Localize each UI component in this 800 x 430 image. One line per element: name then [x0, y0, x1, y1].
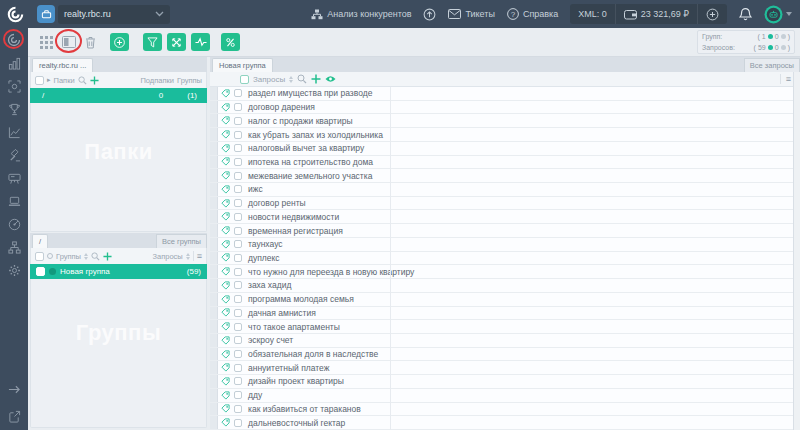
tag-icon[interactable]	[221, 363, 230, 372]
keyword-checkbox[interactable]	[234, 117, 242, 125]
tag-icon[interactable]	[221, 226, 230, 235]
keyword-checkbox[interactable]	[234, 144, 242, 152]
add-keywords-button[interactable]	[110, 33, 129, 51]
keyword-checkbox[interactable]	[234, 89, 242, 97]
add-folder-icon[interactable]	[90, 76, 99, 85]
keyword-checkbox[interactable]	[234, 323, 242, 331]
keyword-row[interactable]: аннуитетный платеж	[210, 361, 800, 375]
tag-icon[interactable]	[221, 308, 230, 317]
auction-gavel-icon[interactable]	[7, 148, 21, 162]
serp-snapshot-icon[interactable]	[7, 79, 21, 93]
col-requests[interactable]: Запросы	[152, 252, 182, 261]
trend-line-icon[interactable]	[7, 125, 21, 139]
keyword-checkbox[interactable]	[234, 377, 242, 385]
group-row-new-group[interactable]: Новая группа (59)	[30, 264, 207, 279]
select-all-keywords-checkbox[interactable]	[240, 75, 249, 84]
xml-limits[interactable]: XML: 0	[570, 4, 615, 24]
external-link-icon[interactable]	[7, 409, 21, 423]
sort-icon[interactable]	[84, 253, 88, 260]
top-up-button[interactable]	[697, 4, 727, 24]
project-selector[interactable]: realty.rbc.ru	[58, 5, 170, 24]
search-icon[interactable]	[78, 76, 87, 85]
eye-icon[interactable]	[325, 75, 336, 83]
trash-icon[interactable]	[82, 34, 99, 51]
tag-icon[interactable]	[221, 350, 230, 359]
keyword-checkbox[interactable]	[234, 336, 242, 344]
notifications-bell-icon[interactable]	[739, 7, 752, 21]
billboard-icon[interactable]	[7, 171, 21, 185]
status-ring-icon[interactable]	[47, 253, 53, 259]
tag-icon[interactable]	[221, 391, 230, 400]
pulse-chart-button[interactable]	[191, 33, 210, 51]
tag-icon[interactable]	[221, 404, 230, 413]
keyword-checkbox[interactable]	[234, 131, 242, 139]
search-icon[interactable]	[297, 74, 307, 84]
keyword-row[interactable]: таунхаус	[210, 238, 800, 252]
keyword-checkbox[interactable]	[234, 103, 242, 111]
keyword-row[interactable]: эскроу счет	[210, 334, 800, 348]
all-groups-button[interactable]: Все группы	[156, 234, 207, 248]
tag-icon[interactable]	[221, 157, 230, 166]
keyword-row[interactable]: как убрать запах из холодильника	[210, 128, 800, 142]
menu-burger-icon[interactable]: ≡	[197, 252, 202, 261]
keyword-row[interactable]: дальневосточный гектар	[210, 416, 800, 430]
keyword-checkbox[interactable]	[234, 158, 242, 166]
folder-row-root[interactable]: / 0 (1)	[30, 88, 207, 103]
nav-tickets[interactable]: Тикеты	[448, 9, 494, 19]
keyword-checkbox[interactable]	[234, 391, 242, 399]
keyword-checkbox[interactable]	[234, 309, 242, 317]
tag-icon[interactable]	[221, 322, 230, 331]
positions-bars-icon[interactable]	[7, 56, 21, 70]
tag-icon[interactable]	[221, 103, 230, 112]
laptop-icon[interactable]	[7, 194, 21, 208]
keyword-checkbox[interactable]	[234, 199, 242, 207]
keyword-row[interactable]: обязательная доля в наследстве	[210, 348, 800, 362]
tab-root-folder[interactable]: /	[32, 234, 48, 248]
keyword-checkbox[interactable]	[234, 185, 242, 193]
tag-icon[interactable]	[221, 336, 230, 345]
keyword-row[interactable]: дду	[210, 389, 800, 403]
tab-project[interactable]: realty.rbc.ru ...	[32, 58, 93, 72]
app-logo-icon[interactable]	[0, 6, 30, 23]
move-arrows-button[interactable]	[167, 33, 186, 51]
filter-button[interactable]	[143, 33, 162, 51]
keyword-row[interactable]: раздел имущества при разводе	[210, 87, 800, 101]
tag-icon[interactable]	[221, 171, 230, 180]
table-right-gutter[interactable]	[793, 72, 800, 430]
keyword-row[interactable]: налоговый вычет за квартиру	[210, 142, 800, 156]
nav-competitors[interactable]: Анализ конкурентов	[311, 9, 411, 20]
keyword-checkbox[interactable]	[234, 268, 242, 276]
sort-icon[interactable]	[289, 76, 293, 83]
keyword-checkbox[interactable]	[234, 172, 242, 180]
col-groups[interactable]: Группы	[177, 76, 202, 85]
radar-gauge-icon[interactable]	[7, 217, 21, 231]
disclosure-icon[interactable]: ▸	[47, 76, 51, 84]
keyword-row[interactable]: дачная амнистия	[210, 307, 800, 321]
select-all-groups-checkbox[interactable]	[35, 252, 44, 261]
keyword-checkbox[interactable]	[234, 213, 242, 221]
keyword-row[interactable]: временная регистрация	[210, 224, 800, 238]
add-group-icon[interactable]	[103, 252, 112, 261]
site-structure-icon[interactable]	[7, 240, 21, 254]
keyword-checkbox[interactable]	[234, 405, 242, 413]
tag-icon[interactable]	[221, 212, 230, 221]
keyword-checkbox[interactable]	[234, 364, 242, 372]
tag-icon[interactable]	[221, 89, 230, 98]
collapse-arrow-icon[interactable]	[7, 382, 21, 396]
keyword-row[interactable]: заха хадид	[210, 279, 800, 293]
core-spiral-icon[interactable]	[7, 33, 21, 47]
keyword-row[interactable]: новости недвижимости	[210, 210, 800, 224]
keyword-checkbox[interactable]	[234, 419, 242, 427]
tag-icon[interactable]	[221, 199, 230, 208]
keyword-row[interactable]: налог с продажи квартиры	[210, 114, 800, 128]
tag-icon[interactable]	[221, 130, 230, 139]
all-requests-button[interactable]: Все запросы	[744, 58, 800, 72]
search-icon[interactable]	[91, 252, 100, 261]
tag-icon[interactable]	[221, 116, 230, 125]
keyword-checkbox[interactable]	[234, 281, 242, 289]
tag-icon[interactable]	[221, 377, 230, 386]
add-keyword-icon[interactable]	[311, 74, 321, 84]
tab-new-group[interactable]: Новая группа	[212, 58, 273, 72]
col-subfolders[interactable]: Подпапки	[140, 76, 174, 85]
tag-icon[interactable]	[221, 418, 230, 427]
